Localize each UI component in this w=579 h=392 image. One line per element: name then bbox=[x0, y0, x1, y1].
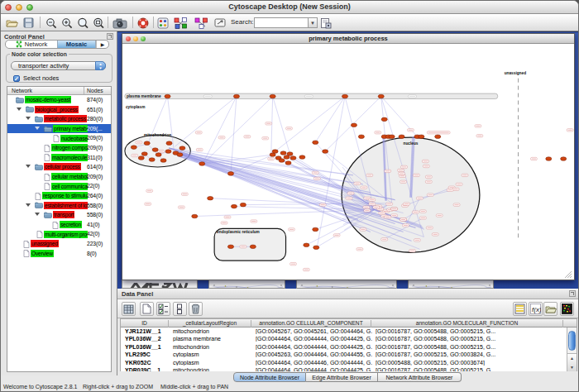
more-tabs-arrow[interactable]: ▶ bbox=[96, 41, 108, 48]
tree-item-label[interactable]: mosaic-demo-yeast bbox=[25, 96, 71, 103]
tree-row[interactable]: transport558(0) bbox=[7, 210, 111, 220]
zoom-out-icon[interactable] bbox=[45, 16, 57, 30]
tree-row[interactable]: biological_process651(0) bbox=[7, 105, 111, 115]
tree-row[interactable]: nitrogen compo209(0) bbox=[7, 143, 111, 153]
tab-network-attribute-browser[interactable]: Network Attribute Browser bbox=[378, 372, 462, 382]
tree-row[interactable]: unassigned223(0) bbox=[7, 239, 111, 249]
combobox-stepper-icon[interactable]: ▲▼ bbox=[95, 61, 106, 70]
tree-row[interactable]: primary metabo209(... bbox=[7, 124, 111, 134]
table-row[interactable]: YLR295Ccytoplasm[GO:0045263, GO:0044464,… bbox=[121, 351, 577, 360]
node-label bbox=[427, 194, 433, 196]
column-header[interactable]: _cellularLayoutRegion bbox=[169, 320, 251, 327]
scroll-down-icon[interactable]: ▼ bbox=[567, 363, 577, 371]
import-table-icon[interactable] bbox=[320, 16, 332, 30]
float-panel-icon[interactable] bbox=[107, 33, 113, 40]
tab-edge-attribute-browser[interactable]: Edge Attribute Browser bbox=[306, 372, 378, 382]
zoom-in-icon[interactable] bbox=[61, 16, 73, 30]
network-squares-2-icon[interactable] bbox=[194, 16, 208, 30]
expand-arrow-icon[interactable] bbox=[35, 213, 40, 216]
tree-item-label[interactable]: multi-organism pro bbox=[44, 231, 88, 238]
tree-row[interactable]: secretion41(0) bbox=[7, 220, 111, 230]
tree-row[interactable]: mosaic-demo-yeast874(0) bbox=[7, 95, 111, 105]
zoom-fit-icon[interactable] bbox=[76, 16, 89, 30]
tree-row[interactable]: Overview8(0) bbox=[7, 249, 111, 259]
table-row[interactable]: YJR121W__1mitochondrion[GO:0045267, GO:0… bbox=[121, 327, 577, 336]
tree-row[interactable]: response to stimulu264(0) bbox=[7, 191, 111, 201]
open-folder-icon[interactable] bbox=[5, 16, 18, 30]
tree-item-label[interactable]: primary metabo bbox=[53, 125, 88, 132]
function-builder-icon[interactable]: f(x) bbox=[529, 302, 543, 316]
annotation-icon[interactable] bbox=[214, 16, 227, 30]
background-window[interactable] bbox=[296, 280, 397, 289]
tree-row[interactable]: establishment of lo558(0) bbox=[7, 201, 111, 211]
tree-item-label[interactable]: Overview bbox=[31, 250, 54, 257]
expand-arrow-icon[interactable] bbox=[17, 108, 22, 111]
life-ring-icon[interactable] bbox=[136, 16, 149, 30]
network-squares-1-icon[interactable] bbox=[173, 16, 188, 30]
new-attribute-icon[interactable] bbox=[140, 302, 154, 316]
float-panel-icon[interactable] bbox=[569, 290, 576, 297]
tree-item-label[interactable]: nitrogen compo bbox=[51, 144, 88, 151]
table-row[interactable]: YKR052Ccytoplasm[GO:0044464, GO:0044446,… bbox=[121, 359, 577, 367]
expand-arrow-icon[interactable] bbox=[26, 165, 31, 168]
select-attributes-icon[interactable] bbox=[156, 302, 170, 316]
tree-item-label[interactable]: secretion bbox=[60, 221, 82, 228]
save-icon[interactable] bbox=[22, 16, 34, 30]
table-row[interactable]: YPL036W__2plasma membrane[GO:0044464, GO… bbox=[121, 336, 577, 344]
unselect-attributes-icon[interactable] bbox=[173, 302, 187, 316]
expand-arrow-icon[interactable] bbox=[26, 203, 31, 207]
expand-arrow-icon[interactable] bbox=[26, 117, 31, 120]
tree-row[interactable]: metabolic process280(0) bbox=[7, 114, 111, 124]
tree-item-label[interactable]: biological_process bbox=[35, 106, 79, 113]
network-canvas[interactable]: plasma membranecytoplasmmitochondrionnuc… bbox=[122, 44, 574, 280]
background-window[interactable] bbox=[408, 280, 494, 289]
tree-item-label[interactable]: metabolic process bbox=[44, 115, 87, 122]
attribute-table-icon[interactable] bbox=[122, 302, 136, 316]
scrollbar-thumb[interactable] bbox=[568, 331, 576, 351]
matrix-icon[interactable] bbox=[560, 302, 574, 316]
tree-item-label[interactable]: response to stimulu bbox=[42, 192, 88, 199]
tree-item-label[interactable]: cellular process bbox=[44, 163, 81, 170]
tree-item-label[interactable]: unassigned bbox=[31, 240, 59, 247]
search-dropdown-icon[interactable]: ▼ bbox=[309, 17, 318, 28]
column-header[interactable]: annotation.GO MOLECULAR_FUNCTION bbox=[371, 320, 563, 327]
table-scrollbar[interactable]: ▲ ▼ bbox=[567, 327, 577, 371]
tree-row[interactable]: macromolecule311(0) bbox=[7, 153, 111, 163]
file-icon bbox=[52, 222, 59, 229]
tree-row[interactable]: cellular metabol209(0) bbox=[7, 172, 111, 182]
select-nodes-checkbox[interactable]: ✓ bbox=[13, 75, 20, 82]
column-header[interactable]: ID bbox=[121, 320, 169, 327]
tree-row[interactable]: cellular process614(0) bbox=[7, 162, 111, 172]
tree-item-label[interactable]: nucleobase- bbox=[60, 135, 88, 142]
delete-attribute-icon[interactable] bbox=[189, 302, 203, 316]
tree-row[interactable]: nucleobase-209(0) bbox=[7, 133, 111, 143]
zoom-selected-icon[interactable] bbox=[92, 16, 104, 30]
camera-icon[interactable] bbox=[112, 16, 127, 30]
network-window-titlebar[interactable]: primary metabolic process bbox=[122, 34, 574, 44]
tree-item-node-count: 209(0) bbox=[87, 145, 103, 151]
attribute-list-icon[interactable] bbox=[513, 302, 527, 316]
import-attributes-icon[interactable] bbox=[543, 302, 557, 316]
expand-arrow-icon[interactable] bbox=[35, 127, 40, 130]
tab-node-attribute-browser[interactable]: Node Attribute Browser bbox=[233, 372, 306, 382]
table-row[interactable]: YPL036W__1mitochondrion[GO:0044464, GO:0… bbox=[121, 343, 577, 351]
tree-row[interactable]: multi-organism pro42(0) bbox=[7, 229, 111, 239]
scroll-up-icon[interactable]: ▲ bbox=[567, 354, 577, 363]
tab-mosaic[interactable]: Mosaic bbox=[57, 41, 96, 48]
tree-item-label[interactable]: establishment of lo bbox=[44, 202, 88, 209]
background-window[interactable] bbox=[208, 280, 285, 289]
tree-item-label[interactable]: cellular metabol bbox=[51, 173, 88, 180]
tree-row[interactable]: cell communicat22(0) bbox=[7, 181, 111, 191]
tree-item-label[interactable]: macromolecule bbox=[51, 154, 88, 161]
tree-item-label[interactable]: cell communicat bbox=[51, 183, 88, 190]
background-window[interactable] bbox=[122, 280, 198, 289]
node-color-combobox[interactable]: transporter activity ▲▼ bbox=[11, 61, 106, 70]
node-label bbox=[403, 224, 409, 227]
tree-item-label[interactable]: transport bbox=[53, 211, 74, 218]
network-graph[interactable]: plasma membranecytoplasmmitochondrionnuc… bbox=[122, 44, 574, 280]
node-label bbox=[360, 228, 366, 231]
vizmap-grid-icon[interactable] bbox=[157, 16, 169, 30]
search-input[interactable] bbox=[254, 17, 309, 28]
column-header[interactable]: annotation.GO CELLULAR_COMPONENT bbox=[251, 320, 371, 327]
tab-network[interactable]: Network bbox=[6, 41, 57, 48]
